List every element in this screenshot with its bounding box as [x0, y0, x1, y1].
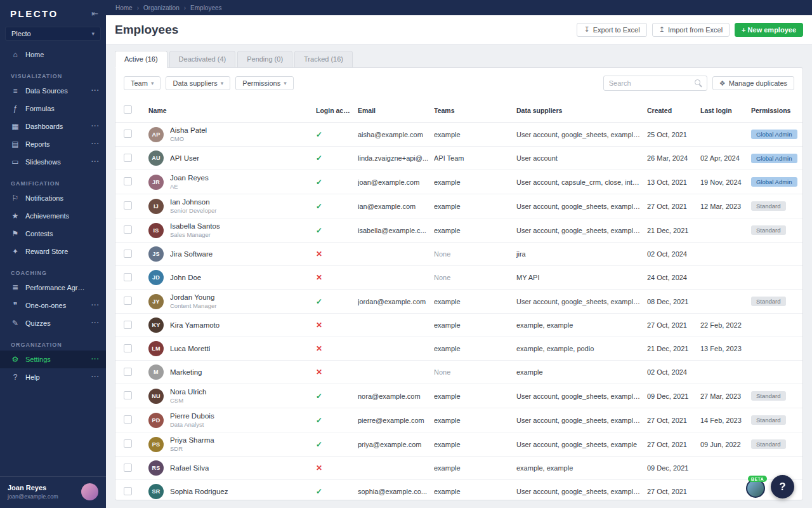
- employee-last-login: 22 Feb, 2022: [700, 321, 751, 329]
- help-fab[interactable]: ?: [771, 475, 794, 498]
- sidebar-item-help[interactable]: ? Help ···: [0, 368, 106, 386]
- filter-permissions[interactable]: Permissions▾: [235, 76, 293, 90]
- sidebar-item-label: Quizzes: [25, 319, 86, 327]
- row-checkbox[interactable]: [124, 487, 132, 495]
- tab-deactivated-4[interactable]: Deactivated (4): [169, 51, 236, 68]
- sidebar-user[interactable]: Joan Reyes joan@example.com: [0, 476, 106, 508]
- new-employee-button[interactable]: + New employee: [735, 23, 803, 37]
- sidebar-item-contests[interactable]: ⚑ Contests ···: [0, 225, 106, 243]
- table-row[interactable]: PD Pierre Dubois Data Analyst ✓ pierre@e…: [115, 408, 802, 432]
- sidebar-item-label: Home: [25, 51, 86, 58]
- table-row[interactable]: AU API User ✓ linda.zvaigzne+api@... API…: [115, 147, 802, 170]
- user-avatar[interactable]: [81, 483, 98, 500]
- table-row[interactable]: KY Kira Yamamoto ✕ example example, exam…: [115, 314, 802, 337]
- more-options-icon[interactable]: ···: [91, 302, 100, 309]
- row-checkbox[interactable]: [124, 154, 132, 162]
- row-checkbox[interactable]: [124, 177, 132, 185]
- more-options-icon[interactable]: ···: [91, 159, 100, 165]
- login-enabled-icon: ✓: [316, 487, 322, 496]
- sidebar-item-performance-agreements[interactable]: ≣ Performance Agreements ···: [0, 279, 106, 297]
- tab-tracked-16[interactable]: Tracked (16): [294, 51, 353, 68]
- sidebar-item-dashboards[interactable]: ▦ Dashboards ···: [0, 117, 106, 135]
- table-row[interactable]: JD John Doe ✕ None MY API 24 Oct, 2024: [115, 266, 802, 290]
- avatar: RS: [148, 460, 164, 476]
- sidebar-item-data-sources[interactable]: ≡ Data Sources ···: [0, 82, 106, 100]
- table-row[interactable]: JR Joan Reyes AE ✓ joan@example.com exam…: [115, 170, 802, 194]
- workspace-name: Plecto: [11, 30, 31, 37]
- sidebar-item-reward-store[interactable]: ✦ Reward Store ···: [0, 243, 106, 260]
- tab-pending-0[interactable]: Pending (0): [237, 51, 292, 68]
- table-row[interactable]: PS Priya Sharma SDR ✓ priya@example.com …: [115, 432, 802, 457]
- table-row[interactable]: RS Rafael Silva ✕ example example, examp…: [115, 457, 802, 480]
- table-row[interactable]: JY Jordan Young Content Manager ✓ jordan…: [115, 290, 802, 314]
- employee-data-suppliers: User account, google_sheets, example: [516, 441, 647, 448]
- sidebar-item-notifications[interactable]: ⚐ Notifications ···: [0, 189, 106, 207]
- table-row[interactable]: M Marketing ✕ None example 02 Oct, 2024: [115, 361, 802, 384]
- workspace-selector[interactable]: Plecto ▾: [5, 27, 101, 41]
- table-row[interactable]: SR Sophia Rodriguez ✓ sophia@example.co.…: [115, 480, 802, 500]
- table-row[interactable]: AP Aisha Patel CMO ✓ aisha@example.com e…: [115, 123, 802, 147]
- more-options-icon[interactable]: ···: [91, 356, 100, 363]
- employee-name: Nora Ulrich: [170, 388, 207, 396]
- column-header-created: Created: [647, 107, 700, 114]
- search-input[interactable]: [603, 76, 707, 91]
- row-checkbox[interactable]: [124, 321, 132, 329]
- avatar: AP: [148, 127, 164, 142]
- row-checkbox[interactable]: [124, 464, 132, 472]
- home-icon: ⌂: [11, 50, 20, 59]
- employee-teams: None: [434, 274, 516, 281]
- table-row[interactable]: JS Jira Software ✕ None jira 02 Oct, 202…: [115, 243, 802, 266]
- beta-widget-button[interactable]: BETA: [746, 479, 765, 498]
- breadcrumb-item-home[interactable]: Home: [115, 4, 133, 11]
- sidebar-item-slideshows[interactable]: ▭ Slideshows ···: [0, 153, 106, 171]
- column-header-name: Name: [140, 107, 299, 114]
- employee-name: John Doe: [170, 274, 201, 281]
- avatar: NU: [148, 389, 164, 404]
- more-options-icon[interactable]: ···: [91, 320, 100, 326]
- sidebar-item-quizzes[interactable]: ✎ Quizzes ···: [0, 314, 106, 332]
- row-checkbox[interactable]: [124, 130, 132, 138]
- filter-bar: Team▾Data suppliers▾Permissions▾ ❖ Manag…: [115, 68, 802, 98]
- table-row[interactable]: IJ Ian Johnson Senior Developer ✓ ian@ex…: [115, 194, 802, 218]
- import-from-excel-button[interactable]: ↥ Import from Excel: [652, 23, 730, 37]
- row-checkbox[interactable]: [124, 344, 132, 352]
- sidebar-item-home[interactable]: ⌂ Home ···: [0, 46, 106, 64]
- table-row[interactable]: IS Isabella Santos Sales Manager ✓ isabe…: [115, 218, 802, 243]
- more-options-icon[interactable]: ···: [91, 123, 100, 130]
- row-checkbox[interactable]: [124, 368, 132, 376]
- tab-active-16[interactable]: Active (16): [115, 51, 167, 68]
- sidebar-item-achievements[interactable]: ★ Achievements ···: [0, 207, 106, 225]
- more-options-icon[interactable]: ···: [91, 374, 100, 380]
- sidebar-item-reports[interactable]: ▤ Reports ···: [0, 135, 106, 153]
- row-checkbox[interactable]: [124, 439, 132, 448]
- page-title: Employees: [115, 23, 577, 37]
- filter-team[interactable]: Team▾: [124, 76, 160, 90]
- row-checkbox[interactable]: [124, 225, 132, 234]
- manage-duplicates-button[interactable]: ❖ Manage duplicates: [712, 76, 794, 90]
- row-checkbox[interactable]: [124, 201, 132, 210]
- row-checkbox[interactable]: [124, 297, 132, 305]
- sidebar-item-one-on-ones[interactable]: ❞ One-on-ones ···: [0, 297, 106, 314]
- sidebar-item-formulas[interactable]: ƒ Formulas ···: [0, 100, 106, 117]
- breadcrumb-item-organization[interactable]: Organization: [143, 4, 180, 11]
- sidebar-section-coaching: COACHING: [11, 270, 106, 276]
- collapse-sidebar-icon[interactable]: ⇤: [91, 10, 98, 18]
- select-all-checkbox[interactable]: [124, 105, 132, 114]
- page-header: Employees ↧ Export to Excel ↥ Import fro…: [106, 15, 812, 44]
- row-checkbox[interactable]: [124, 391, 132, 399]
- filter-data-suppliers[interactable]: Data suppliers▾: [166, 76, 230, 90]
- sidebar-item-settings[interactable]: ⚙ Settings ···: [0, 351, 106, 368]
- more-options-icon[interactable]: ···: [91, 88, 100, 94]
- table-row[interactable]: LM Luca Moretti ✕ example example, examp…: [115, 337, 802, 361]
- breadcrumb: Home›Organization›Employees: [106, 0, 812, 15]
- table-row[interactable]: NU Nora Ulrich CSM ✓ nora@example.com ex…: [115, 384, 802, 408]
- row-checkbox[interactable]: [124, 415, 132, 424]
- employee-last-login: 19 Nov, 2024: [700, 178, 751, 186]
- export-to-excel-button[interactable]: ↧ Export to Excel: [577, 23, 646, 37]
- row-checkbox[interactable]: [124, 250, 132, 258]
- search-icon: [695, 79, 702, 87]
- employee-name: Jira Software: [170, 250, 213, 258]
- row-checkbox[interactable]: [124, 273, 132, 281]
- more-options-icon[interactable]: ···: [91, 141, 100, 147]
- question-icon: ?: [779, 481, 785, 493]
